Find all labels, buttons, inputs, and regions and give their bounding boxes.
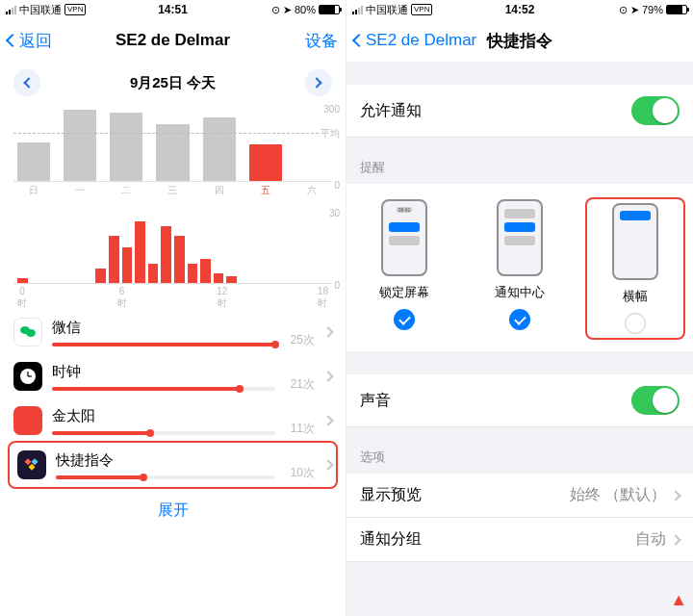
x-tick: 一 — [64, 184, 96, 197]
settings-section: 允许通知 提醒 09:41锁定屏幕通知中心横幅 声音 选项 显示预览 始终 （默… — [346, 62, 693, 616]
prev-day-button[interactable] — [13, 69, 40, 96]
watermark-icon: ▲ — [670, 590, 687, 610]
cell-label: 显示预览 — [360, 485, 422, 505]
app-row[interactable]: 金太阳11次 — [0, 398, 346, 443]
usage-bar — [56, 475, 275, 479]
chevron-right-icon — [312, 77, 322, 88]
x-tick: 二 — [110, 184, 142, 197]
bar — [64, 110, 96, 181]
x-tick: 五 — [249, 184, 282, 197]
x-tick: 6时 — [117, 286, 127, 310]
bar — [214, 273, 224, 283]
devices-button[interactable]: 设备 — [305, 30, 338, 52]
screen-notification-settings: 中国联通 VPN 14:52 ⊙ ➤ 79% SE2 de Delmar 快捷指… — [346, 0, 693, 616]
cell-value: 始终 （默认） — [570, 485, 666, 505]
show-preview-cell[interactable]: 显示预览 始终 （默认） — [346, 474, 693, 518]
chevron-right-icon — [322, 371, 333, 381]
toggle-on-icon[interactable] — [631, 96, 680, 125]
allow-notifications-cell[interactable]: 允许通知 — [346, 85, 693, 138]
alerts-header: 提醒 — [346, 138, 693, 184]
empty-circle-icon[interactable] — [625, 313, 646, 334]
battery-icon — [666, 5, 687, 14]
bar — [188, 264, 198, 283]
bar — [135, 221, 145, 283]
bar — [174, 236, 185, 283]
back-button[interactable]: 返回 — [8, 30, 52, 52]
back-button[interactable]: SE2 de Delmar — [354, 31, 476, 50]
chevron-left-icon — [23, 77, 34, 88]
bar — [249, 144, 282, 181]
app-row[interactable]: 时钟21次 — [0, 354, 346, 398]
usage-count: 11次 — [291, 421, 315, 437]
app-name: 金太阳 — [52, 407, 275, 425]
date-selector: 9月25日 今天 — [0, 62, 346, 104]
cell-value: 自动 — [635, 529, 666, 550]
alert-label: 锁定屏幕 — [379, 284, 429, 301]
app-row[interactable]: 快捷指令10次 — [10, 443, 336, 487]
phone-preview-icon — [497, 199, 543, 276]
expand-button[interactable]: 展开 — [0, 487, 346, 534]
bar — [148, 264, 159, 283]
bar — [109, 236, 119, 283]
bar — [17, 142, 50, 181]
checkmark-icon[interactable] — [509, 309, 530, 330]
bar — [226, 276, 237, 283]
grouping-cell[interactable]: 通知分组 自动 — [346, 518, 693, 562]
cell-label: 声音 — [360, 391, 391, 411]
svg-rect-7 — [28, 464, 35, 471]
phone-preview-icon: 09:41 — [381, 199, 427, 276]
chevron-right-icon — [322, 326, 333, 337]
screen-screen-time: 中国联通 VPN 14:51 ⊙ ➤ 80% 返回 SE2 de Delmar … — [0, 0, 346, 616]
app-icon — [13, 362, 42, 391]
back-label: SE2 de Delmar — [366, 31, 476, 50]
app-name: 微信 — [52, 319, 275, 337]
y-tick: 0 — [334, 280, 340, 291]
app-list: 微信25次时钟21次金太阳11次快捷指令10次 — [0, 310, 346, 487]
svg-rect-5 — [24, 458, 31, 465]
chevron-right-icon — [322, 415, 333, 425]
y-tick: 300 — [323, 104, 340, 115]
checkmark-icon[interactable] — [394, 309, 415, 330]
svg-point-1 — [26, 329, 36, 337]
y-tick: 0 — [334, 180, 340, 191]
x-tick: 18时 — [318, 286, 328, 310]
next-day-button[interactable] — [305, 69, 332, 96]
chevron-right-icon — [322, 459, 333, 470]
usage-count: 21次 — [291, 376, 315, 393]
usage-bar — [52, 343, 275, 346]
hourly-chart: 30 0 0时6时12时18时 — [0, 208, 346, 304]
battery-icon — [319, 5, 340, 14]
bar — [110, 113, 142, 181]
usage-bar — [52, 431, 275, 435]
y-avg-label: 平均 — [321, 127, 340, 141]
x-tick: 12时 — [217, 286, 227, 310]
usage-bar — [52, 387, 275, 391]
nav-bar: SE2 de Delmar 快捷指令 — [346, 19, 693, 62]
sound-cell[interactable]: 声音 — [346, 374, 693, 427]
x-tick: 0时 — [17, 286, 27, 310]
bar — [200, 259, 211, 283]
status-time: 14:51 — [0, 3, 346, 16]
alert-style-option[interactable]: 09:41锁定屏幕 — [356, 199, 452, 338]
x-tick: 日 — [17, 184, 50, 197]
bar — [203, 117, 236, 182]
bar — [95, 269, 106, 283]
status-time: 14:52 — [346, 3, 693, 16]
phone-preview-icon — [612, 203, 658, 280]
alert-style-option[interactable]: 通知中心 — [472, 199, 568, 338]
usage-count: 10次 — [291, 465, 315, 481]
toggle-on-icon[interactable] — [631, 386, 680, 415]
app-icon — [13, 318, 42, 346]
app-icon — [13, 406, 42, 435]
x-tick: 六 — [295, 184, 328, 197]
usage-count: 25次 — [291, 332, 315, 348]
alert-style-option[interactable]: 横幅 — [587, 199, 683, 338]
chevron-right-icon — [670, 534, 680, 545]
alert-label: 通知中心 — [495, 284, 545, 301]
bar — [122, 247, 133, 283]
svg-rect-6 — [31, 458, 38, 465]
cell-label: 通知分组 — [360, 529, 422, 550]
app-icon — [17, 450, 46, 479]
app-row[interactable]: 微信25次 — [0, 310, 346, 354]
x-tick: 四 — [203, 184, 236, 197]
